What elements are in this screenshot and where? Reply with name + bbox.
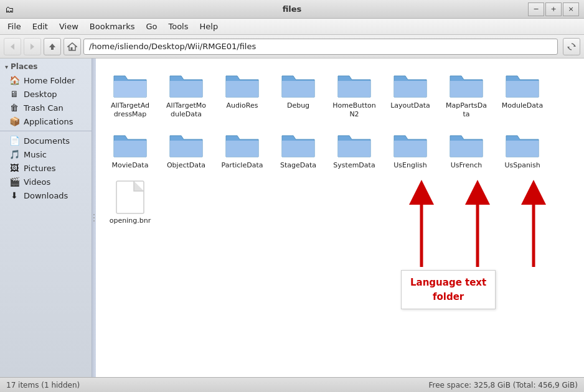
folder-icon (449, 129, 484, 159)
menu-item-view[interactable]: View (54, 20, 83, 33)
menu-item-file[interactable]: File (2, 20, 26, 33)
folder-icon (169, 70, 204, 100)
sidebar-item-label: Downloads (24, 191, 68, 200)
file-name: UsFrench (451, 161, 482, 170)
sidebar-item-documents[interactable]: 📄 Documents (0, 134, 92, 147)
file-item-opening-bnr[interactable]: opening.bnr (102, 175, 158, 230)
file-item-system-data[interactable]: SystemData (326, 124, 382, 175)
file-item-module-data[interactable]: ModuleData (494, 65, 550, 124)
menu-item-go[interactable]: Go (141, 20, 162, 33)
home-folder-icon: 🏠 (9, 75, 20, 85)
window-controls: − + × (528, 2, 579, 16)
menu-item-edit[interactable]: Edit (27, 20, 53, 33)
file-item-object-data[interactable]: ObjectData (158, 124, 214, 175)
sidebar-item-downloads[interactable]: ⬇ Downloads (0, 189, 92, 202)
sidebar-item-label: Videos (24, 177, 50, 187)
folder-icon (449, 70, 484, 100)
file-item-map-parts-data[interactable]: MapPartsData (438, 65, 494, 124)
file-item-debug[interactable]: Debug (270, 65, 326, 124)
toolbar: /home/isliendo/Desktop/Wii/RMGE01/files (0, 35, 584, 58)
home-button[interactable] (64, 38, 81, 55)
sidebar-item-label: Home Folder (24, 76, 75, 85)
menu-item-help[interactable]: Help (195, 20, 224, 33)
sidebar-item-pictures[interactable]: 🖼 Pictures (0, 161, 92, 175)
folder-icon (505, 70, 540, 100)
reload-button[interactable] (563, 38, 580, 55)
file-item-stage-data[interactable]: StageData (270, 124, 326, 175)
file-name: LayoutData (390, 101, 430, 110)
sidebar-item-music[interactable]: 🎵 Music (0, 147, 92, 161)
file-name: HomeButtonN2 (332, 101, 375, 119)
folder-icon (393, 129, 428, 159)
resize-dot (93, 217, 95, 218)
file-item-layout-data[interactable]: LayoutData (382, 65, 438, 124)
file-name: MovieData (112, 161, 149, 170)
location-bar[interactable]: /home/isliendo/Desktop/Wii/RMGE01/files (83, 39, 558, 55)
forward-button[interactable] (24, 38, 41, 55)
applications-icon: 📦 (9, 116, 20, 126)
resize-dot (93, 220, 95, 222)
folder-icon (225, 70, 260, 100)
window-title: files (283, 4, 302, 14)
folder-icon (337, 129, 372, 159)
music-icon: 🎵 (9, 149, 20, 159)
maximize-button[interactable]: + (545, 2, 562, 16)
folder-icon (337, 70, 372, 100)
videos-icon: 🎬 (9, 177, 20, 187)
file-item-particle-data[interactable]: ParticleData (214, 124, 270, 175)
sidebar-item-desktop[interactable]: 🖥 Desktop (0, 87, 92, 101)
file-grid: AllTargetAddressMap AllTargetModuleData (102, 65, 578, 230)
svg-rect-4 (71, 47, 73, 50)
svg-marker-0 (11, 44, 14, 50)
folder-icon (113, 70, 148, 100)
file-name: StageData (280, 161, 316, 170)
file-area: AllTargetAddressMap AllTargetModuleData (96, 58, 584, 377)
pictures-icon: 🖼 (9, 163, 20, 173)
back-button[interactable] (4, 38, 21, 55)
title-bar-left: 🗂 (5, 4, 14, 14)
file-name: ParticleData (222, 161, 263, 170)
menu-bar: FileEditViewBookmarksGoToolsHelp (0, 19, 584, 35)
svg-rect-7 (116, 181, 144, 213)
close-button[interactable]: × (563, 2, 579, 16)
file-name: ModuleData (502, 101, 543, 110)
sidebar-item-trash-can[interactable]: 🗑 Trash Can (0, 101, 92, 114)
file-item-movie-data[interactable]: MovieData (102, 124, 158, 175)
sidebar-item-label: Applications (24, 117, 73, 126)
svg-marker-2 (49, 44, 55, 50)
file-name: opening.bnr (110, 217, 151, 225)
status-bar: 17 items (1 hidden) Free space: 325,8 Gi… (0, 377, 584, 392)
minimize-button[interactable]: − (528, 2, 544, 16)
sidebar-section-label: Places (11, 62, 37, 71)
file-item-all-target-address-map[interactable]: AllTargetAddressMap (102, 65, 158, 124)
sidebar-section-header[interactable]: ▾ Places (0, 58, 92, 73)
file-item-us-spanish[interactable]: UsSpanish (494, 124, 550, 175)
title-bar: 🗂 files − + × (0, 0, 584, 19)
menu-item-bookmarks[interactable]: Bookmarks (85, 20, 140, 33)
file-name: ObjectData (167, 161, 205, 170)
up-button[interactable] (44, 38, 61, 55)
file-item-us-english[interactable]: UsEnglish (382, 124, 438, 175)
sidebar-item-videos[interactable]: 🎬 Videos (0, 175, 92, 189)
sidebar-item-label: Documents (24, 136, 70, 146)
menu-item-tools[interactable]: Tools (163, 20, 193, 33)
file-name: AllTargetAddressMap (111, 101, 149, 119)
sidebar-item-applications[interactable]: 📦 Applications (0, 114, 92, 128)
sidebar-item-home-folder[interactable]: 🏠 Home Folder (0, 73, 92, 87)
sidebar-item-label: Music (24, 150, 47, 159)
documents-icon: 📄 (9, 136, 20, 146)
folder-icon (169, 129, 204, 159)
sidebar-divider (0, 131, 92, 131)
file-item-us-french[interactable]: UsFrench (438, 124, 494, 175)
main-area: ▾ Places 🏠 Home Folder 🖥 Desktop 🗑 Trash… (0, 58, 584, 377)
status-left: 17 items (1 hidden) (6, 381, 80, 390)
file-name: UsEnglish (393, 161, 427, 170)
downloads-icon: ⬇ (9, 190, 20, 200)
file-name: AudioRes (227, 101, 258, 110)
file-icon (115, 180, 145, 215)
desktop-icon: 🖥 (9, 89, 20, 99)
file-item-home-button-n2[interactable]: HomeButtonN2 (326, 65, 382, 124)
file-item-all-target-module-data[interactable]: AllTargetModuleData (158, 65, 214, 124)
sidebar: ▾ Places 🏠 Home Folder 🖥 Desktop 🗑 Trash… (0, 58, 92, 377)
file-item-audio-res[interactable]: AudioRes (214, 65, 270, 124)
